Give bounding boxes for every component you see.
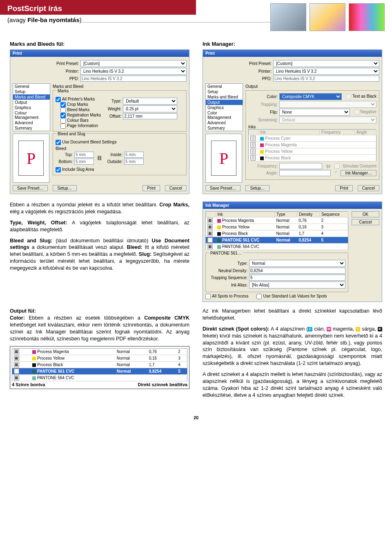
chk-use-doc-bleed[interactable]: [56, 140, 61, 145]
cancel-button[interactable]: Cancel: [358, 185, 379, 191]
spot-icon: ◉: [14, 369, 19, 374]
thumb-monitor: [270, 3, 306, 31]
output-inks-table: InkFrequencyAngle ⎙Process Cyan ⎙Process…: [248, 129, 376, 161]
chk-colour-bars[interactable]: [60, 118, 66, 123]
body-p2: Type, Weight, Offset: A vágójelek tulajd…: [10, 219, 189, 233]
flip-select[interactable]: None: [279, 109, 350, 116]
chk-all-spots[interactable]: [205, 294, 211, 299]
page-header: PostScript írás (avagy File-ba nyomtatás…: [0, 0, 392, 31]
body-p1: Ebben a részben a nyomdai jeleket és a k…: [10, 201, 189, 215]
ppd-field: [273, 76, 379, 82]
body-p6: Direkt színek (Spot colors): A 4 alapszí…: [203, 326, 382, 367]
ink-alias-select[interactable]: [No Alias]: [249, 282, 345, 289]
table-row: ▦PANTONE 564 CVC: [206, 244, 348, 250]
neutral-density-input[interactable]: [249, 268, 345, 274]
body-p3: Bleed and Slug: (lásd dokumentum beállít…: [10, 237, 189, 272]
ink-manager-titlebar: Ink Manager: [203, 202, 382, 209]
bleed-bottom: [74, 159, 94, 165]
y-icon: Y: [356, 327, 360, 331]
marks-type-select[interactable]: Default: [123, 98, 177, 105]
panel-heading: Marks and Bleed: [53, 84, 187, 89]
dialogs-row: Marks and Bleeds fül: Print Print Preset…: [10, 35, 382, 194]
chk-bleed-marks[interactable]: [60, 107, 66, 113]
page-preview: P: [13, 134, 49, 183]
screening-select: Default: [279, 116, 376, 123]
ink-manager-table[interactable]: InkTypeDensitySequence ▦Process MagentaN…: [205, 211, 348, 250]
print-icon: ⎙: [250, 136, 256, 141]
heading-marks: Marks and Bleeds fül:: [10, 41, 189, 47]
marks-weight-select[interactable]: 0.25 pt: [123, 105, 177, 112]
k-icon: K: [378, 327, 382, 331]
bleed-slug-group: Bleed and Slug Use Document Bleed Settin…: [53, 133, 187, 175]
table-row-selected: ◉PANTONE 561 CVCNormal0,82545: [12, 368, 187, 375]
chk-negative: [354, 110, 359, 115]
ink-manager-dialog: Ink Manager InkTypeDensitySequence ▦Proc…: [203, 201, 382, 302]
label-direkt-spot: Direkt színnek beállítva: [138, 382, 187, 387]
body-output: Output fül: Color: Ebben a részben az es…: [10, 308, 189, 342]
table-row-selected: ◉PANTONE 561 CVCNormal0,82545: [206, 237, 348, 244]
bleed-outside: [124, 159, 144, 165]
annotated-ink-table: ▦Process MagentaNormal0,762 ▦Process Yel…: [10, 346, 189, 389]
dialog-sidebar[interactable]: General Setup Marks and Bleed Output Gra…: [205, 83, 243, 131]
page-preview: P: [205, 134, 242, 183]
print-button[interactable]: Print: [335, 185, 353, 191]
chk-use-lab[interactable]: [256, 294, 262, 299]
table-row: ▦Process YellowNormal0,163: [12, 355, 187, 362]
printer-select[interactable]: Lino Herkules IS V 3.2: [80, 68, 187, 75]
print-button[interactable]: Print: [143, 185, 160, 191]
ink-manager-button[interactable]: Ink Manager…: [341, 170, 376, 176]
table-row: ▦Process MagentaNormal0,762: [206, 217, 348, 224]
body-p5: Az ink Managerben lehet beállítani a dir…: [203, 308, 382, 322]
chk-simulate-overprint: [334, 163, 340, 169]
page-title: PostScript írás: [7, 4, 189, 13]
spot-icon: ◉: [207, 237, 213, 243]
save-preset-button[interactable]: Save Preset…: [205, 185, 241, 191]
chk-page-info[interactable]: [60, 123, 66, 129]
print-preset-select[interactable]: [Custom]: [273, 60, 379, 67]
header-thumbnails: [270, 3, 392, 31]
output-color-select[interactable]: Composite CMYK: [279, 93, 342, 100]
marks-offset-input[interactable]: [123, 113, 177, 119]
bleed-inside: [124, 152, 144, 158]
ppd-field: [80, 76, 187, 82]
cancel-button[interactable]: Cancel: [165, 185, 187, 191]
page-subtitle: (avagy File-ba nyomtatás): [0, 15, 82, 25]
table-row: ▦Process BlackNormal1,74: [206, 230, 348, 237]
red-title-banner: PostScript írás: [0, 0, 196, 15]
setup-button[interactable]: Setup…: [53, 185, 76, 191]
thumb-swatches: [349, 3, 385, 31]
setup-button[interactable]: Setup…: [245, 185, 269, 191]
chk-crop-marks[interactable]: [60, 102, 66, 107]
freq-input: [279, 163, 322, 169]
print-dialog-output: Print Print Preset:[Custom] Printer:Lino…: [203, 49, 382, 194]
dialog-sidebar[interactable]: General Setup Marks and Bleed Output Gra…: [13, 83, 50, 131]
angle-input: [279, 170, 331, 176]
chk-include-slug[interactable]: [56, 167, 61, 172]
chk-text-as-black: [346, 94, 351, 99]
header-divider: [82, 22, 270, 22]
dialog-titlebar: Print: [203, 50, 382, 57]
cmyk-icon: ▦: [207, 218, 213, 223]
trapping-select: [279, 101, 376, 108]
cancel-button[interactable]: Cancel: [352, 219, 379, 225]
page-number: 20: [10, 415, 382, 420]
c-icon: C: [308, 327, 312, 331]
table-row: ▦Process YellowNormal0,163: [206, 224, 348, 230]
chk-reg-marks[interactable]: [60, 113, 66, 118]
save-preset-button[interactable]: Save Preset…: [13, 185, 48, 191]
print-dialog-marks: Print Print Preset:[Custom] Printer:Lino…: [10, 49, 189, 194]
link-icon[interactable]: ⛓: [97, 155, 102, 161]
trapping-seq-input[interactable]: [249, 275, 345, 281]
print-preset-select[interactable]: [Custom]: [80, 60, 187, 67]
chk-all-printers-marks[interactable]: [56, 97, 61, 102]
heading-ink-manager: Ink Manager:: [203, 41, 382, 47]
table-row: ▦PANTONE 564 CVC: [12, 375, 187, 381]
table-row: ▦Process MagentaNormal0,762: [12, 349, 187, 355]
label-4-colors: 4 Színre bontva: [12, 382, 45, 387]
marks-group: Marks All Printer's Marks Crop Marks Ble…: [53, 90, 187, 132]
printer-select[interactable]: Lino Herkules IS V 3.2: [273, 68, 379, 75]
ok-button[interactable]: OK: [352, 211, 379, 217]
ink-type-select[interactable]: Normal: [249, 260, 345, 267]
bleed-top: [74, 152, 94, 158]
thumb-print: [310, 3, 345, 31]
